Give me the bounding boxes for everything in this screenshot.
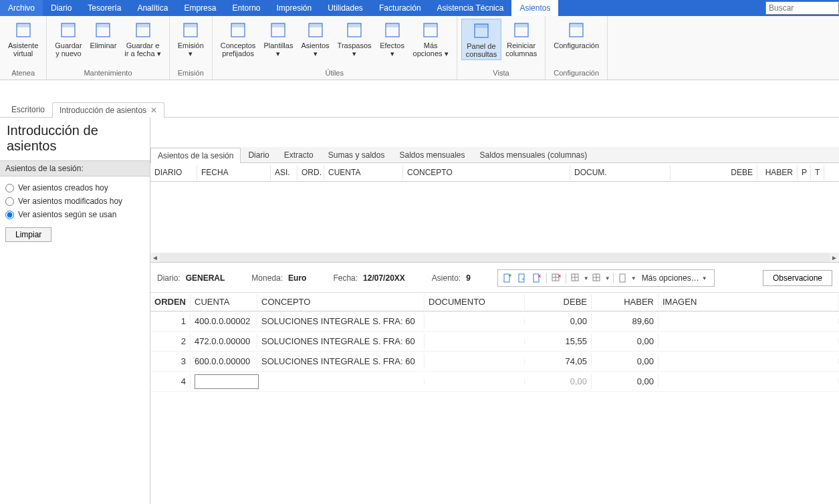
radio-input[interactable]	[5, 197, 14, 206]
tool-grid-delete-icon[interactable]	[550, 271, 563, 285]
caret-down-icon[interactable]: ▼	[605, 275, 610, 281]
col-debe[interactable]: DEBE	[525, 294, 592, 309]
tool-grid-two-icon[interactable]	[590, 271, 604, 285]
radio-ver-asientos-según-se-usan[interactable]: Ver asientos según se usan	[5, 210, 144, 219]
ribbon-icon	[511, 20, 531, 40]
scroll-left-arrow[interactable]: ◄	[150, 253, 160, 262]
upper-col-t[interactable]: T	[811, 165, 824, 180]
caret-down-icon[interactable]: ▼	[631, 275, 636, 281]
radio-input[interactable]	[5, 211, 14, 219]
ribbon-btn-label: Traspasos ▾	[338, 41, 372, 57]
horizontal-scrollbar[interactable]: ◄ ►	[150, 253, 839, 262]
svg-rect-23	[475, 24, 488, 28]
ribbon-btn-guardar-e[interactable]: Guardar e ir a fecha ▾	[120, 19, 164, 59]
search-input[interactable]	[769, 3, 836, 13]
close-icon[interactable]: ✕	[150, 106, 157, 115]
scroll-track[interactable]	[160, 253, 830, 262]
doc-tab-escritorio[interactable]: Escritorio	[4, 102, 52, 117]
ribbon-btn-panel-de[interactable]: Panel de consultas	[461, 19, 501, 60]
cuenta-input[interactable]	[195, 374, 259, 389]
table-row[interactable]: 2472.0.0.00000SOLUCIONES INTEGRALE S. FR…	[150, 332, 839, 352]
ribbon-icon	[471, 21, 491, 41]
col-documento[interactable]: DOCUMENTO	[425, 294, 525, 309]
radio-ver-asientos-modificados-hoy[interactable]: Ver asientos modificados hoy	[5, 197, 144, 206]
ribbon-icon	[566, 20, 586, 40]
upper-col-asi[interactable]: ASI.	[271, 165, 297, 180]
menu-item-utilidades[interactable]: Utilidades	[320, 0, 371, 16]
caret-down-icon: ▼	[702, 275, 707, 281]
col-orden[interactable]: ORDEN	[150, 294, 191, 309]
upper-col-cuenta[interactable]: CUENTA	[324, 165, 403, 180]
more-options-dropdown[interactable]: Más opciones… ▼	[638, 272, 711, 284]
sub-tab-asientos-de-la-sesión[interactable]: Asientos de la sesión	[150, 148, 241, 163]
limpiar-button[interactable]: Limpiar	[5, 227, 51, 242]
ribbon-btn-eliminar[interactable]: Eliminar	[86, 19, 121, 51]
sub-tab-diario[interactable]: Diario	[241, 147, 276, 162]
ribbon-group-label: Útiles	[213, 68, 457, 80]
menu-item-empresa[interactable]: Empresa	[176, 0, 224, 16]
svg-rect-19	[386, 23, 399, 27]
sub-tab-extracto[interactable]: Extracto	[277, 147, 321, 162]
upper-col-diario[interactable]: DIARIO	[150, 165, 197, 180]
ribbon-group-label: Atenea	[0, 68, 46, 80]
svg-rect-17	[348, 23, 361, 27]
ribbon-group-label: Mantenimiento	[47, 68, 168, 80]
col-haber[interactable]: HABER	[592, 294, 658, 309]
menu-item-archivo[interactable]: Archivo	[0, 0, 43, 16]
menu-item-asistencia-técnica[interactable]: Asistencia Técnica	[429, 0, 512, 16]
sub-tab-saldos-mensuales-(columnas)[interactable]: Saldos mensuales (columnas)	[473, 147, 595, 162]
ribbon-btn-reiniciar[interactable]: Reiniciar columnas	[501, 19, 541, 59]
menu-item-analítica[interactable]: Analítica	[129, 0, 176, 16]
table-row[interactable]: 40,000,00	[150, 372, 839, 392]
ribbon-btn-conceptos[interactable]: Conceptos prefijados	[217, 19, 260, 59]
radio-ver-asientos-creados-hoy[interactable]: Ver asientos creados hoy	[5, 183, 144, 193]
more-options-label: Más opciones…	[642, 273, 699, 283]
upper-col-haber[interactable]: HABER	[757, 165, 798, 180]
sub-tab-saldos-mensuales[interactable]: Saldos mensuales	[392, 147, 472, 162]
ribbon-btn-guardar[interactable]: Guardar y nuevo	[51, 19, 86, 59]
search-box[interactable]	[765, 1, 839, 15]
fecha-label: Fecha:	[333, 273, 358, 283]
doc-tab-label: Introducción de asientos	[59, 106, 146, 115]
upper-col-concepto[interactable]: CONCEPTO	[403, 165, 570, 180]
menu-item-asientos[interactable]: Asientos	[511, 0, 558, 16]
sidebar-body: Ver asientos creados hoyVer asientos mod…	[0, 176, 150, 249]
tool-doc-delete-icon[interactable]	[530, 271, 544, 285]
menu-item-tesorería[interactable]: Tesorería	[80, 0, 129, 16]
tool-doc-add-icon[interactable]: +	[515, 271, 529, 285]
svg-rect-15	[309, 23, 322, 27]
tool-doc-new-icon[interactable]	[501, 271, 514, 285]
ribbon-btn-plantillas[interactable]: Plantillas ▾	[259, 19, 297, 59]
upper-col-p[interactable]: P	[798, 165, 811, 180]
radio-input[interactable]	[5, 184, 14, 193]
upper-col-docum[interactable]: DOCUM.	[570, 165, 671, 180]
scroll-right-arrow[interactable]: ►	[830, 253, 839, 262]
doc-tab-introducción-de-asientos[interactable]: Introducción de asientos✕	[52, 102, 164, 118]
ribbon-btn-traspasos[interactable]: Traspasos ▾	[334, 19, 376, 59]
ribbon-btn-efectos[interactable]: Efectos ▾	[376, 19, 409, 59]
upper-col-fecha[interactable]: FECHA	[197, 165, 271, 180]
table-row[interactable]: 1400.0.0.00002SOLUCIONES INTEGRALE S. FR…	[150, 311, 839, 332]
tool-doc-icon[interactable]	[616, 271, 630, 285]
ribbon-btn-configuración[interactable]: Configuración	[550, 19, 603, 51]
ribbon-btn-más[interactable]: Más opciones ▾	[409, 19, 453, 59]
tool-grid-one-icon[interactable]	[569, 271, 582, 285]
ribbon-group-label: Vista	[457, 68, 546, 80]
col-imagen[interactable]: IMAGEN	[658, 294, 839, 309]
menu-item-facturación[interactable]: Facturación	[371, 0, 429, 16]
caret-down-icon[interactable]: ▼	[584, 275, 589, 281]
table-row[interactable]: 3600.0.0.00000SOLUCIONES INTEGRALE S. FR…	[150, 352, 839, 372]
upper-col-ord[interactable]: ORD.	[297, 165, 324, 180]
ribbon-btn-asistente[interactable]: Asistente virtual	[4, 19, 42, 59]
sub-tab-sumas-y-saldos[interactable]: Sumas y saldos	[321, 147, 392, 162]
observaciones-button[interactable]: Observacione	[763, 270, 832, 286]
ribbon-btn-emisión[interactable]: Emisión ▾	[174, 19, 208, 59]
cell-documento	[425, 339, 525, 344]
upper-col-debe[interactable]: DEBE	[671, 165, 757, 180]
menu-item-entorno[interactable]: Entorno	[224, 0, 268, 16]
col-concepto[interactable]: CONCEPTO	[257, 294, 425, 309]
col-cuenta[interactable]: CUENTA	[191, 294, 257, 309]
menu-item-impresión[interactable]: Impresión	[268, 0, 320, 16]
ribbon-btn-asientos[interactable]: Asientos ▾	[297, 19, 333, 59]
menu-item-diario[interactable]: Diario	[43, 0, 80, 16]
